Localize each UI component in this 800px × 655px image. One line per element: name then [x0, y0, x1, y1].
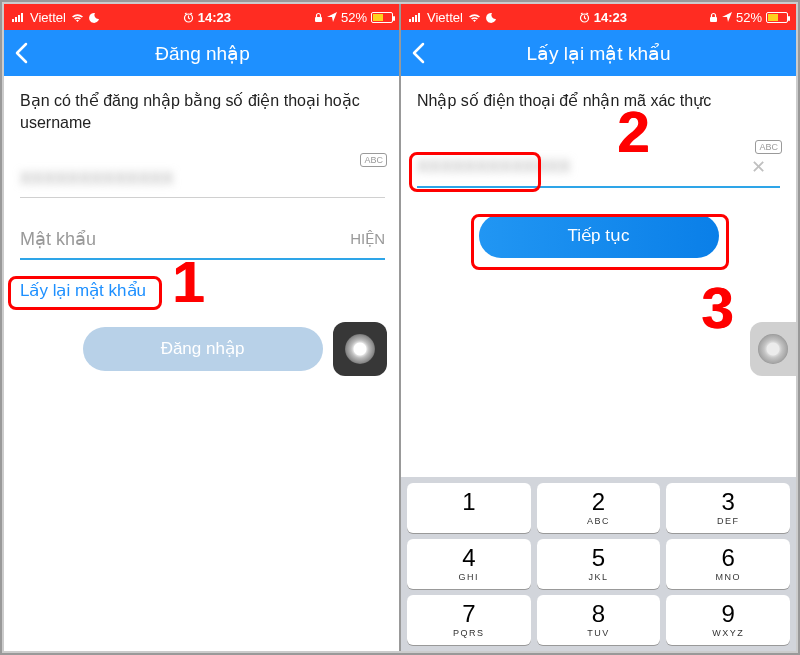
login-prompt: Bạn có thể đăng nhập bằng số điện thoại … — [20, 90, 385, 133]
svg-rect-7 — [412, 17, 414, 22]
continue-button[interactable]: Tiếp tục — [479, 214, 719, 258]
key-8[interactable]: 8TUV — [537, 595, 661, 645]
phone-field[interactable]: XXXXXXXXXXXXX ✕ ABC — [417, 148, 780, 188]
battery-pct: 52% — [341, 10, 367, 25]
wifi-icon — [467, 12, 482, 23]
signal-icon — [409, 12, 423, 22]
assistive-touch-button[interactable] — [750, 322, 796, 376]
location-icon — [327, 12, 337, 22]
battery-pct: 52% — [736, 10, 762, 25]
key-9[interactable]: 9WXYZ — [666, 595, 790, 645]
clock-time: 14:23 — [594, 10, 627, 25]
battery-icon — [371, 12, 393, 23]
alarm-icon — [579, 12, 590, 23]
svg-rect-9 — [418, 13, 420, 22]
chevron-left-icon — [411, 42, 425, 64]
status-bar: Viettel 14:23 — [401, 4, 796, 30]
svg-rect-0 — [12, 19, 14, 22]
back-button[interactable] — [14, 30, 28, 76]
carrier-label: Viettel — [30, 10, 66, 25]
password-placeholder: Mật khẩu — [20, 228, 350, 250]
key-2[interactable]: 2ABC — [537, 483, 661, 533]
page-title: Lấy lại mật khẩu — [526, 42, 670, 65]
assistive-touch-icon — [345, 334, 375, 364]
signal-icon — [12, 12, 26, 22]
svg-rect-5 — [315, 17, 322, 22]
clock-time: 14:23 — [198, 10, 231, 25]
status-bar: Viettel 14:23 — [4, 4, 401, 30]
screen-recover: Viettel 14:23 — [399, 4, 796, 651]
key-1[interactable]: 1 — [407, 483, 531, 533]
svg-rect-6 — [409, 19, 411, 22]
numeric-keypad: 1 2ABC 3DEF 4GHI 5JKL 6MNO 7PQRS 8TUV 9W… — [401, 477, 796, 651]
back-button[interactable] — [411, 30, 425, 76]
password-field[interactable]: Mật khẩu HIỆN — [20, 220, 385, 260]
phone-value-blurred: XXXXXXXXXXXXX — [417, 157, 751, 177]
lock-icon — [314, 12, 323, 23]
lock-icon — [709, 12, 718, 23]
wifi-icon — [70, 12, 85, 23]
phone-field[interactable]: XXXXXXXXXXXXX ABC — [20, 161, 385, 198]
nav-bar: Lấy lại mật khẩu — [401, 30, 796, 76]
login-button[interactable]: Đăng nhập — [83, 327, 323, 371]
phone-value-blurred: XXXXXXXXXXXXX — [20, 169, 385, 189]
nav-bar: Đăng nhập — [4, 30, 401, 76]
abc-badge[interactable]: ABC — [360, 153, 387, 167]
carrier-label: Viettel — [427, 10, 463, 25]
key-4[interactable]: 4GHI — [407, 539, 531, 589]
battery-icon — [766, 12, 788, 23]
svg-rect-8 — [415, 15, 417, 22]
show-password-toggle[interactable]: HIỆN — [350, 230, 385, 248]
moon-icon — [89, 12, 100, 23]
key-3[interactable]: 3DEF — [666, 483, 790, 533]
moon-icon — [486, 12, 497, 23]
chevron-left-icon — [14, 42, 28, 64]
screen-login: Viettel 14:23 — [4, 4, 401, 651]
svg-rect-3 — [21, 13, 23, 22]
recover-prompt: Nhập số điện thoại để nhận mã xác thực — [417, 90, 780, 112]
assistive-touch-button[interactable] — [333, 322, 387, 376]
composite-frame: Viettel 14:23 — [0, 0, 800, 655]
location-icon — [722, 12, 732, 22]
key-5[interactable]: 5JKL — [537, 539, 661, 589]
key-7[interactable]: 7PQRS — [407, 595, 531, 645]
alarm-icon — [183, 12, 194, 23]
svg-rect-1 — [15, 17, 17, 22]
key-6[interactable]: 6MNO — [666, 539, 790, 589]
assistive-touch-icon — [758, 334, 788, 364]
page-title: Đăng nhập — [155, 42, 249, 65]
forgot-password-link[interactable]: Lấy lại mật khẩu — [20, 280, 146, 301]
abc-badge[interactable]: ABC — [755, 140, 782, 154]
clear-button[interactable]: ✕ — [751, 156, 766, 178]
svg-rect-2 — [18, 15, 20, 22]
svg-rect-11 — [710, 17, 717, 22]
annotation-number-3: 3 — [701, 274, 733, 341]
